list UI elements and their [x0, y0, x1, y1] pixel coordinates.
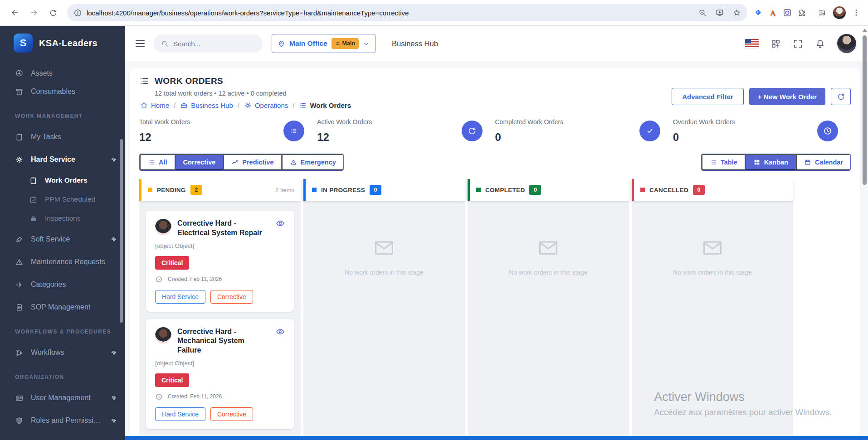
tab-kanban[interactable]: Kanban: [745, 154, 796, 170]
tab-predictive[interactable]: Predictive: [223, 154, 281, 170]
office-selector[interactable]: Main Office Main: [272, 34, 375, 53]
column-body-completed: No work orders in this stage: [468, 201, 629, 436]
refresh-button[interactable]: [831, 88, 851, 105]
brush-icon: [15, 235, 24, 244]
zoom-out-icon[interactable]: [698, 9, 707, 17]
assignee-avatar: [155, 219, 171, 235]
sidebar-section-workflows-procedures: WORKFLOWS & PROCEDURES: [0, 319, 125, 341]
view-tabs: Table Kanban Calendar: [701, 154, 851, 171]
new-work-order-button[interactable]: + New Work Order: [749, 88, 825, 105]
count-badge: 0: [370, 185, 381, 195]
work-order-title: Corrective Hard - Mechanical System Fail…: [177, 327, 263, 355]
hamburger-menu-icon[interactable]: [136, 40, 145, 47]
tab-corrective[interactable]: Corrective: [175, 154, 224, 170]
sidebar-item-user-management[interactable]: User Management: [0, 387, 125, 409]
breadcrumb-home[interactable]: Home: [140, 102, 169, 109]
sidebar-item-inspections[interactable]: Inspections: [0, 209, 125, 228]
language-flag-icon[interactable]: [745, 39, 759, 48]
bottom-horizontal-scrollbar[interactable]: [125, 436, 868, 440]
clock-icon: [817, 121, 838, 141]
back-icon[interactable]: [7, 5, 23, 20]
url-text[interactable]: localhost:4200/manager/business/operatio…: [87, 9, 690, 17]
scrollbar-thumb[interactable]: [863, 35, 867, 185]
page-scrollbar[interactable]: [861, 26, 868, 440]
breadcrumb-operations[interactable]: Operations: [244, 102, 288, 109]
star-icon: [335, 41, 341, 46]
search-input[interactable]: [173, 40, 246, 48]
sidebar-item-soft-service[interactable]: Soft Service: [0, 228, 125, 251]
column-cancelled: CANCELLED 0 No work orders in this stage: [632, 179, 793, 436]
work-order-card[interactable]: Corrective Hard - Electrical System Repa…: [146, 211, 294, 312]
refresh-icon: [462, 121, 483, 141]
envelope-icon: [539, 241, 558, 255]
sidebar-nav: Assets Consumables WORK MANAGEMENT My Ta…: [0, 59, 125, 440]
fingerprint-icon: [110, 349, 117, 357]
tab-emergency[interactable]: Emergency: [282, 154, 343, 170]
a-extension-icon[interactable]: [768, 8, 777, 17]
kanban-board: PENDING 2 2 items Corrective Hard - Elec…: [139, 179, 851, 436]
tag-extension-icon[interactable]: [754, 8, 763, 17]
sidebar-item-ppm-scheduled[interactable]: PPM Scheduled: [0, 190, 125, 209]
address-bar[interactable]: localhost:4200/manager/business/operatio…: [67, 4, 747, 21]
column-in-progress: IN PROGRESS 0 No work orders in this sta…: [303, 179, 465, 436]
fullscreen-icon[interactable]: [793, 39, 803, 49]
search-box[interactable]: [154, 34, 263, 53]
column-header-pending: PENDING 2 2 items: [139, 179, 301, 201]
breadcrumb-business-hub[interactable]: Business Hub: [180, 102, 233, 109]
list-icon: [139, 76, 149, 86]
service-type-tag[interactable]: Hard Service: [155, 290, 205, 304]
advanced-filter-button[interactable]: Advanced Filter: [672, 88, 744, 105]
clipboard-icon: [29, 176, 38, 185]
notifications-bell-icon[interactable]: [815, 39, 825, 49]
work-order-card[interactable]: Corrective Hard - Mechanical System Fail…: [146, 319, 294, 429]
gear-icon: [244, 102, 252, 109]
sidebar-item-workflows[interactable]: Workflows: [0, 341, 125, 364]
sidebar-item-assets[interactable]: Assets: [0, 59, 125, 80]
user-avatar[interactable]: [837, 34, 856, 53]
sidebar-scrollbar[interactable]: [120, 139, 123, 323]
site-info-icon[interactable]: [73, 9, 82, 17]
sidebar-item-roles-permissions[interactable]: Roles and Permissio...: [0, 409, 125, 432]
priority-badge: Critical: [155, 256, 189, 270]
view-eye-icon[interactable]: [276, 219, 285, 228]
tab-table[interactable]: Table: [702, 154, 745, 170]
tab-all[interactable]: All: [140, 154, 175, 170]
sidebar-item-consumables[interactable]: Consumables: [0, 80, 125, 103]
sidebar-item-maintenance-requests[interactable]: Maintenance Requests: [0, 251, 125, 273]
apps-grid-icon[interactable]: [770, 39, 781, 49]
install-app-icon[interactable]: [715, 8, 724, 17]
list-icon: [148, 159, 155, 166]
browser-menu-icon[interactable]: [852, 8, 861, 17]
count-badge: 0: [529, 185, 541, 195]
bookmark-star-icon[interactable]: [732, 9, 741, 17]
home-icon: [140, 102, 148, 109]
maintenance-type-tag[interactable]: Corrective: [210, 407, 253, 421]
count-badge: 0: [693, 185, 705, 195]
sidebar-item-sop-management[interactable]: SOP Management: [0, 296, 125, 319]
service-type-tag[interactable]: Hard Service: [155, 407, 205, 421]
warning-icon: [290, 159, 297, 166]
document-icon: [15, 303, 24, 312]
forward-icon[interactable]: [26, 5, 42, 20]
sidebar-item-categories[interactable]: Categories: [0, 273, 125, 296]
warning-icon: [15, 258, 24, 266]
work-orders-panel: WORK ORDERS 12 total work orders • 12 ac…: [130, 68, 860, 436]
scrollbar-up-arrow[interactable]: [863, 29, 867, 32]
empty-state-text: No work orders in this stage: [673, 269, 752, 276]
extensions-puzzle-icon[interactable]: [797, 8, 806, 17]
maintenance-type-tag[interactable]: Corrective: [210, 290, 253, 304]
view-eye-icon[interactable]: [276, 327, 285, 336]
archive-icon: [15, 87, 24, 96]
reading-list-icon[interactable]: [818, 8, 827, 18]
office-badge: Main: [332, 38, 359, 49]
brand: S KSA-Leaders: [0, 30, 125, 56]
sidebar-item-hard-service[interactable]: Hard Service: [0, 148, 125, 171]
browser-profile-avatar[interactable]: [833, 6, 846, 19]
tab-calendar[interactable]: Calendar: [796, 154, 850, 170]
sidebar-item-my-tasks[interactable]: My Tasks: [0, 126, 125, 148]
page-title: WORK ORDERS: [155, 76, 223, 86]
camera-extension-icon[interactable]: [783, 8, 792, 17]
reload-icon[interactable]: [45, 5, 61, 20]
sidebar-item-work-orders[interactable]: Work Orders: [0, 171, 125, 190]
toolbar-divider: [812, 8, 812, 18]
